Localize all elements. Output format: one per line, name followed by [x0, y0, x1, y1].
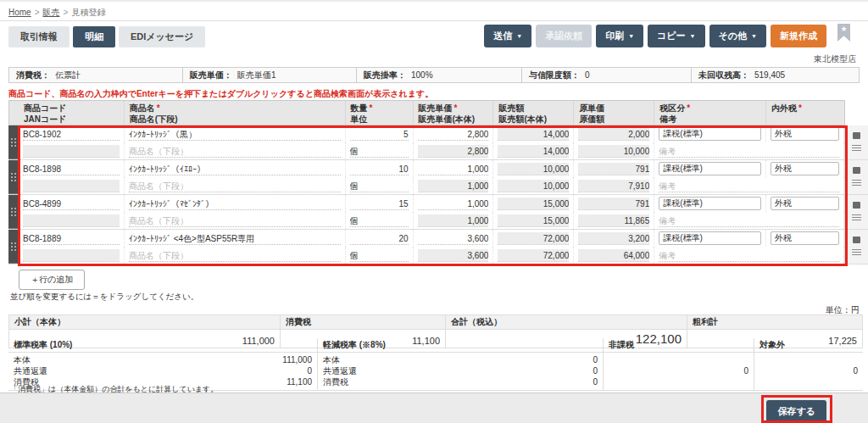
table-row: BC8-1889 ｲﾝｸｶｰﾄﾘｯｼﾞ <4色>型ASP55R専用 20 3,6… — [8, 230, 868, 264]
consumption-tax-header: 消費税 — [281, 315, 446, 329]
quantity-input[interactable]: 15 — [350, 198, 409, 210]
quantity-input[interactable]: 5 — [350, 128, 409, 141]
row-menu-icon[interactable] — [852, 248, 861, 257]
save-button[interactable]: 保存する — [766, 400, 826, 423]
reduced-tax-cell: 本体0 共通返還0 消費税0 — [318, 353, 604, 390]
bookmark-icon[interactable]: ★ — [837, 24, 850, 42]
chevron-down-icon: ▼ — [751, 33, 757, 39]
unit-input[interactable]: 個 — [350, 249, 409, 262]
add-row-button[interactable]: ＋行の追加 — [19, 270, 85, 290]
table-row: BC8-1902 ｲﾝｸｶｰﾄﾘｯｼﾞ（黒） 5 2,800 14,000 2,… — [8, 125, 868, 160]
jan-code-input[interactable] — [23, 249, 120, 262]
row-detail-icon[interactable] — [853, 237, 860, 243]
unit-price-base-field: 1,000 — [418, 214, 489, 227]
row-menu-icon[interactable] — [852, 213, 861, 222]
row-drag-handle[interactable] — [8, 230, 19, 264]
row-drag-handle[interactable] — [8, 195, 19, 229]
unit-price-input[interactable]: 2,800 — [418, 128, 489, 141]
product-code-input[interactable]: BC8-1902 — [23, 128, 120, 141]
quantity-input[interactable]: 10 — [350, 163, 409, 175]
tab-bar: 取引情報 明細 EDIメッセージ — [8, 26, 205, 47]
detail-table: 商品コードJANコード 商品名*商品名(下段) 数量*単位 販売単価*販売単価(… — [8, 100, 868, 264]
product-name2-input[interactable]: 商品名（下段） — [129, 180, 341, 192]
chevron-down-icon: ▼ — [516, 33, 522, 39]
breadcrumb: Home>販売>見積登録 — [8, 7, 105, 19]
header-tax-class: 税区分*備考 — [654, 101, 766, 125]
other-button[interactable]: その他▼ — [709, 25, 766, 47]
product-name-input[interactable]: ｲﾝｸｶｰﾄﾘｯｼﾞ（ｲｴﾛｰ） — [129, 163, 341, 175]
product-name-input[interactable]: ｲﾝｸｶｰﾄﾘｯｼﾞ <4色>型ASP55R専用 — [129, 232, 341, 245]
product-name-input[interactable]: ｲﾝｸｶｰﾄﾘｯｼﾞ（黒） — [129, 128, 341, 141]
unit-price-input[interactable]: 1,000 — [418, 198, 489, 210]
row-drag-handle[interactable] — [8, 160, 19, 194]
table-header: 商品コードJANコード 商品名*商品名(下段) 数量*単位 販売単価*販売単価(… — [8, 100, 845, 125]
tab-transaction-info[interactable]: 取引情報 — [8, 26, 70, 47]
unit-input[interactable]: 個 — [350, 214, 409, 227]
unit-price-base-field: 3,600 — [418, 249, 489, 262]
drag-grip-icon — [11, 242, 16, 251]
cost-unit-price-field: 791 — [578, 198, 649, 210]
chevron-down-icon: ▼ — [628, 33, 634, 39]
unit-price-input[interactable]: 3,600 — [418, 232, 489, 245]
breadcrumb-sales-link[interactable]: 販売 — [43, 8, 60, 17]
standard-tax-header: 標準税率 (10%) — [8, 338, 318, 352]
unit-input[interactable]: 個 — [350, 145, 409, 158]
info-bar: 消費税：伝票計 販売単価：販売単価1 販売掛率：100% 与信限度額：0 未回収… — [8, 67, 860, 83]
header-cost: 原単価原価額 — [574, 101, 654, 125]
row-detail-icon[interactable] — [853, 132, 860, 139]
drag-order-note: 並び順を変更するには＝をドラッグしてください。 — [10, 292, 198, 303]
unit-input[interactable]: 個 — [350, 180, 409, 192]
tax-class-select[interactable]: 課税(標準) — [659, 231, 761, 245]
drag-grip-icon — [11, 208, 16, 216]
remark-input[interactable]: 備考 — [659, 180, 839, 192]
tax-type-select[interactable]: 外税 — [771, 231, 839, 245]
tax-class-select[interactable]: 課税(標準) — [659, 197, 761, 210]
product-name-input[interactable]: ｲﾝｸｶｰﾄﾘｯｼﾞ（ﾏｾﾞﾝﾀﾞ） — [129, 198, 341, 210]
print-button[interactable]: 印刷▼ — [596, 25, 643, 47]
create-new-button[interactable]: 新規作成 — [771, 25, 826, 47]
product-name2-input[interactable]: 商品名（下段） — [129, 145, 341, 158]
row-detail-icon[interactable] — [853, 167, 860, 174]
product-name2-input[interactable]: 商品名（下段） — [129, 214, 341, 227]
sales-rate-info: 販売掛率：100% — [357, 68, 522, 82]
cost-amount-field: 11,865 — [578, 214, 649, 227]
tax-type-select[interactable]: 外税 — [771, 127, 839, 141]
row-detail-icon[interactable] — [853, 202, 860, 209]
remark-input[interactable]: 備考 — [659, 249, 839, 262]
tax-breakdown-table: 標準税率 (10%) 軽減税率 (※8%) 非課税 対象外 本体111,000 … — [8, 338, 863, 391]
row-drag-handle[interactable] — [8, 125, 19, 159]
unit-price-info: 販売単価：販売単価1 — [183, 68, 357, 82]
breadcrumb-home-link[interactable]: Home — [8, 8, 31, 17]
header-quantity: 数量*単位 — [346, 101, 414, 125]
unit-price-input[interactable]: 1,000 — [418, 163, 489, 175]
cost-amount-field: 64,000 — [578, 249, 649, 262]
drag-grip-icon — [11, 173, 16, 181]
cost-unit-price-field: 791 — [578, 163, 649, 175]
uncollected-balance-info: 未回収残高：519,405 — [692, 68, 859, 82]
copy-button[interactable]: コピー▼ — [648, 25, 704, 47]
header-product-name: 商品名*商品名(下段) — [125, 101, 346, 125]
product-code-input[interactable]: BC8-1889 — [23, 232, 120, 245]
tax-class-select[interactable]: 課税(標準) — [659, 162, 761, 175]
row-menu-icon[interactable] — [852, 178, 861, 187]
quantity-input[interactable]: 20 — [350, 232, 409, 245]
header-unit-price: 販売単価*販売単価(本体) — [414, 101, 494, 125]
tax-class-select[interactable]: 課税(標準) — [659, 127, 761, 141]
product-name2-input[interactable]: 商品名（下段） — [129, 249, 341, 262]
remark-input[interactable]: 備考 — [659, 214, 839, 227]
product-code-input[interactable]: BC8-4899 — [23, 198, 120, 210]
product-code-input[interactable]: BC8-1898 — [23, 163, 120, 175]
row-actions — [845, 195, 868, 229]
tab-edi-message[interactable]: EDIメッセージ — [119, 26, 205, 47]
jan-code-input[interactable] — [23, 145, 120, 158]
tax-type-select[interactable]: 外税 — [771, 162, 839, 175]
send-button[interactable]: 送信▼ — [484, 25, 531, 47]
table-row: BC8-1898 ｲﾝｸｶｰﾄﾘｯｼﾞ（ｲｴﾛｰ） 10 1,000 10,00… — [8, 160, 868, 195]
remark-input[interactable]: 備考 — [659, 145, 839, 158]
unit-price-base-field: 1,000 — [418, 180, 489, 192]
tab-detail[interactable]: 明細 — [73, 26, 115, 47]
jan-code-input[interactable] — [23, 180, 120, 192]
tax-type-select[interactable]: 外税 — [771, 197, 839, 210]
jan-code-input[interactable] — [23, 214, 120, 227]
row-menu-icon[interactable] — [852, 143, 861, 153]
